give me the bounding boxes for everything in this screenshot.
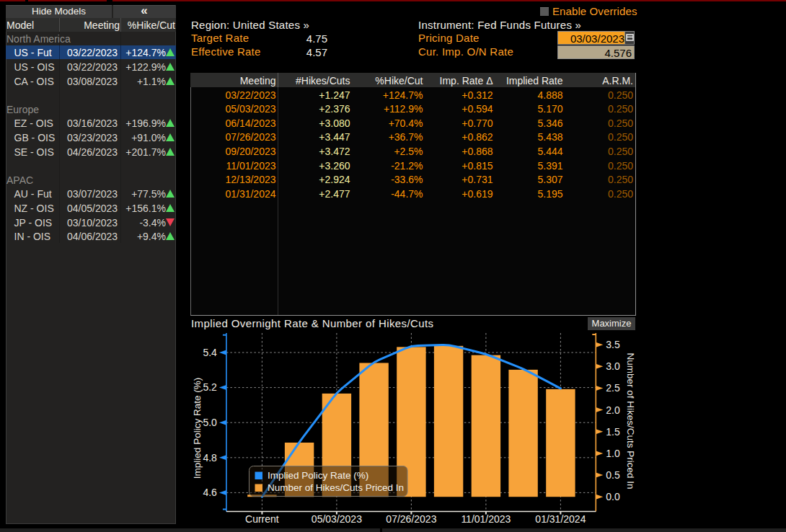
svg-text:2.0: 2.0 bbox=[606, 404, 620, 416]
svg-text:5.4: 5.4 bbox=[203, 347, 217, 358]
svg-text:4.8: 4.8 bbox=[203, 452, 217, 464]
svg-text:Number of Hikes/Cuts Priced In: Number of Hikes/Cuts Priced In bbox=[268, 482, 404, 493]
svg-text:0.0: 0.0 bbox=[606, 491, 620, 502]
svg-text:Implied Policy Rate (%): Implied Policy Rate (%) bbox=[192, 378, 203, 479]
svg-text:2.5: 2.5 bbox=[606, 382, 620, 394]
svg-text:3.5: 3.5 bbox=[606, 339, 620, 350]
svg-text:3.0: 3.0 bbox=[606, 360, 620, 372]
svg-text:5.2: 5.2 bbox=[203, 381, 217, 393]
svg-text:4.6: 4.6 bbox=[203, 487, 217, 498]
svg-text:Current: Current bbox=[245, 513, 279, 525]
svg-text:05/03/2023: 05/03/2023 bbox=[312, 513, 362, 525]
svg-text:07/26/2023: 07/26/2023 bbox=[386, 513, 436, 525]
svg-text:Implied Policy Rate (%): Implied Policy Rate (%) bbox=[268, 470, 368, 481]
svg-text:1.5: 1.5 bbox=[606, 426, 620, 438]
svg-text:Number of Hikes/Cuts Priced In: Number of Hikes/Cuts Priced In bbox=[625, 353, 636, 489]
svg-text:Implied Overnight Rate & Numbe: Implied Overnight Rate & Number of Hikes… bbox=[191, 317, 433, 329]
svg-text:11/01/2023: 11/01/2023 bbox=[461, 513, 511, 525]
svg-text:5.0: 5.0 bbox=[203, 417, 217, 428]
svg-text:01/31/2024: 01/31/2024 bbox=[535, 513, 586, 525]
svg-text:1.0: 1.0 bbox=[606, 448, 620, 459]
svg-text:0.5: 0.5 bbox=[606, 469, 620, 481]
